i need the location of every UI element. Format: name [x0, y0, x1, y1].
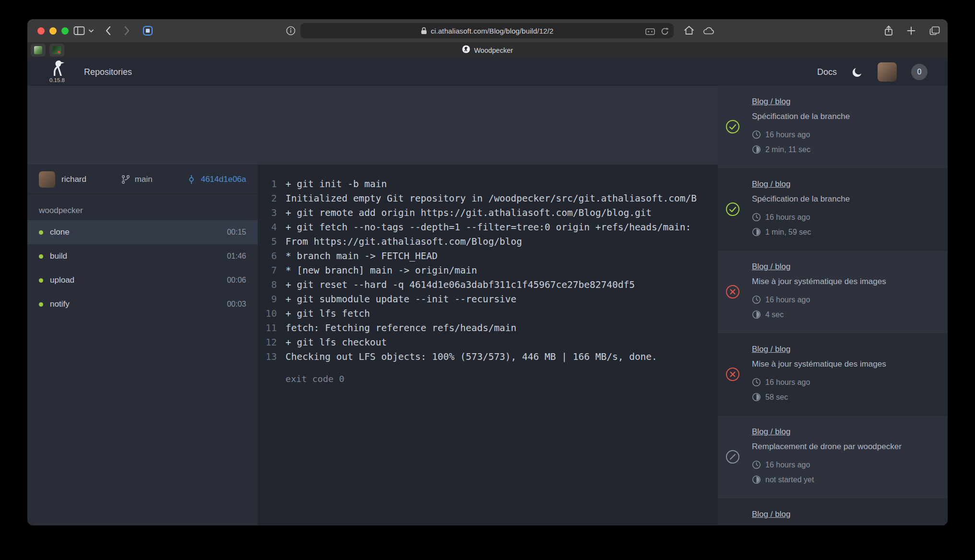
- address-bar[interactable]: ci.athaliasoft.com/Blog/blog/build/12/2: [300, 23, 674, 38]
- step-name: upload: [50, 275, 74, 285]
- success-check-icon: [725, 202, 740, 216]
- branch-name: main: [135, 175, 153, 184]
- build-repo-link[interactable]: Blog / blog: [752, 262, 790, 272]
- workflow-step[interactable]: notify 00:03: [27, 292, 258, 316]
- duration-icon: [752, 227, 761, 237]
- close-window-button[interactable]: [37, 27, 45, 35]
- log-line-text: + git lfs checkout: [285, 335, 387, 350]
- tab-strip: Woodpecker: [27, 42, 948, 58]
- lock-icon: [421, 27, 427, 35]
- workflow-step[interactable]: upload 00:06: [27, 268, 258, 292]
- build-repo-link[interactable]: Blog / blog: [752, 179, 790, 190]
- share-icon[interactable]: [884, 25, 893, 38]
- notification-counter[interactable]: 0: [911, 64, 927, 80]
- tab-group-icon[interactable]: [143, 25, 153, 36]
- pinned-tab-1[interactable]: [31, 44, 46, 57]
- pinned-tab-2[interactable]: [49, 44, 64, 57]
- nav-docs-link[interactable]: Docs: [817, 67, 837, 77]
- home-icon[interactable]: [684, 25, 694, 35]
- duration-icon: [752, 145, 761, 154]
- build-time: 16 hours ago: [765, 131, 810, 139]
- pipeline-header: ← Pipeline #12 - Spécification de la bra…: [27, 86, 718, 165]
- build-repo-link[interactable]: Blog / blog: [752, 96, 790, 107]
- commit-icon: [187, 175, 196, 184]
- recent-builds-sidebar: Blog / blog Spécification de la branche …: [718, 86, 948, 525]
- pinned-tab-1-favicon: [34, 46, 42, 54]
- build-repo-link[interactable]: Blog / blog: [752, 509, 790, 520]
- build-card[interactable]: Blog / blog Remplacement de drone par wo…: [718, 416, 948, 499]
- log-line-number: 12: [258, 335, 277, 350]
- woodpecker-logo-icon: [49, 60, 65, 77]
- branch-icon: [121, 175, 131, 184]
- woodpecker-logo[interactable]: 0.15.8: [46, 60, 69, 83]
- nav-repositories-link[interactable]: Repositories: [84, 58, 132, 86]
- build-repo-link[interactable]: Blog / blog: [752, 344, 790, 355]
- step-status-dot: [39, 230, 43, 235]
- log-line-text: + git reset --hard -q 4614d1e06a3dabf311…: [285, 278, 635, 292]
- step-status-dot: [39, 302, 43, 307]
- log-line-number: 2: [258, 191, 277, 206]
- build-time: 16 hours ago: [765, 461, 810, 469]
- log-line-text: * branch main -> FETCH_HEAD: [285, 249, 438, 263]
- build-status-icon: [725, 285, 740, 299]
- clock-icon: [752, 130, 761, 139]
- clock-icon: [752, 295, 761, 304]
- user-avatar[interactable]: [878, 62, 897, 82]
- log-line: 10 + git lfs fetch: [258, 307, 718, 321]
- duration-icon: [752, 393, 761, 402]
- minimize-window-button[interactable]: [49, 27, 57, 35]
- chevron-down-icon[interactable]: [89, 29, 94, 33]
- browser-toolbar: ci.athaliasoft.com/Blog/blog/build/12/2: [27, 19, 948, 42]
- log-line-number: 13: [258, 350, 277, 364]
- zoom-window-button[interactable]: [61, 27, 69, 35]
- build-card[interactable]: Blog / blog Mise à jour systématique des…: [718, 334, 948, 416]
- build-card[interactable]: Blog / blog Mise à jour systématique des…: [718, 251, 948, 334]
- build-duration-row: 2 min, 11 sec: [752, 145, 938, 154]
- build-time-row: 16 hours ago: [752, 378, 938, 387]
- cloud-icon[interactable]: [703, 26, 714, 35]
- step-duration: 00:03: [227, 300, 246, 309]
- workflow-panel: richard main 4614d1e06a woodpecker clone…: [27, 165, 258, 525]
- step-name: build: [50, 251, 67, 261]
- window-controls: [37, 27, 69, 35]
- log-line: 13 Checking out LFS objects: 100% (573/5…: [258, 350, 718, 364]
- workflow-step[interactable]: clone 00:15: [27, 220, 258, 244]
- log-line: 6 * branch main -> FETCH_HEAD: [258, 249, 718, 263]
- app-navbar: 0.15.8 Repositories Docs 0: [27, 58, 948, 86]
- log-line-text: From https://git.athaliasoft.com/Blog/bl…: [285, 235, 522, 249]
- log-line-number: 1: [258, 177, 277, 191]
- dark-mode-toggle-icon[interactable]: [851, 66, 863, 78]
- success-check-icon: [725, 119, 740, 134]
- browser-window: ci.athaliasoft.com/Blog/blog/build/12/2: [27, 19, 948, 525]
- tab-overview-icon[interactable]: [929, 26, 940, 37]
- build-duration: 2 min, 11 sec: [765, 145, 810, 154]
- build-card[interactable]: Blog / blog Spécification de la branche …: [718, 168, 948, 251]
- build-message: Mise à jour systématique des images: [752, 524, 938, 525]
- log-line-text: + git remote add origin https://git.atha…: [285, 206, 652, 220]
- commit-hash-link[interactable]: 4614d1e06a: [201, 175, 246, 184]
- build-time: 16 hours ago: [765, 378, 810, 387]
- log-line-number: 7: [258, 263, 277, 278]
- forward-navigation-icon[interactable]: [124, 26, 130, 36]
- build-duration-row: 4 sec: [752, 310, 938, 319]
- build-repo-link[interactable]: Blog / blog: [752, 427, 790, 437]
- sidebar-toggle-icon[interactable]: [73, 26, 85, 36]
- step-name: clone: [50, 227, 70, 237]
- build-time: 16 hours ago: [765, 213, 810, 222]
- log-line: 2 Initialized empty Git repository in /w…: [258, 191, 718, 206]
- back-navigation-icon[interactable]: [105, 26, 111, 36]
- log-line-text: Initialized empty Git repository in /woo…: [285, 191, 697, 206]
- build-card[interactable]: Blog / blog Spécification de la branche …: [718, 86, 948, 168]
- build-card[interactable]: Blog / blog Mise à jour systématique des…: [718, 499, 948, 525]
- page-info-icon[interactable]: [285, 25, 296, 36]
- log-line-text: fetch: Fetching reference refs/heads/mai…: [285, 321, 516, 335]
- reload-icon[interactable]: [660, 27, 669, 38]
- log-panel: 1 + git init -b main 2 Initialized empty…: [258, 165, 718, 525]
- tab-woodpecker[interactable]: Woodpecker: [462, 42, 513, 58]
- workflow-step[interactable]: build 01:46: [27, 244, 258, 268]
- new-tab-icon[interactable]: [906, 26, 916, 37]
- autofill-icon[interactable]: [645, 28, 655, 37]
- log-line-text: + git init -b main: [285, 177, 387, 191]
- step-status-dot: [39, 278, 43, 283]
- clock-icon: [752, 378, 761, 387]
